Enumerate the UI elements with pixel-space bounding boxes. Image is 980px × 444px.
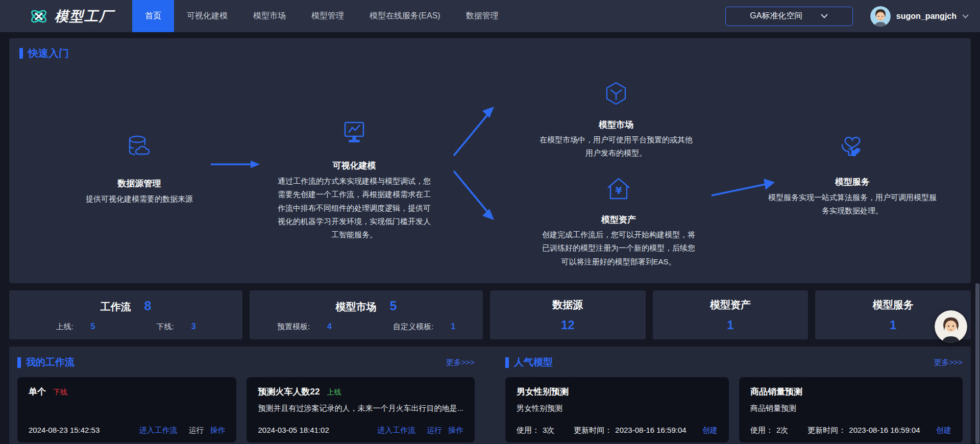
bottom-panels: 我的工作流 更多>>> 单个 下线 2024-08-23 15:42:53 进入…	[9, 347, 971, 444]
nav-item-data-management[interactable]: 数据管理	[453, 0, 511, 32]
model-card[interactable]: 男女性别预测 男女性别预测 使用：3次 更新时间：2023-08-16 16:5…	[505, 377, 729, 442]
quickstart-step-model-market: 模型市场 在模型市场中，用户可使用平台预置的或其他用户发布的模型。	[540, 80, 693, 160]
my-workflows-more-link[interactable]: 更多>>>	[446, 358, 475, 367]
workflow-card[interactable]: 预测火车人数22 上线 预测并且有过涉案记录的人，未来一个月火车出行目的地是..…	[247, 377, 475, 442]
model-card[interactable]: 商品销量预测 商品销量预测 使用：2次 更新时间：2023-08-16 16:5…	[739, 377, 963, 442]
usage-label: 使用：	[517, 426, 540, 435]
title-bar-decoration	[17, 357, 21, 368]
stat-sub-value: 4	[327, 322, 332, 331]
workflow-status-badge: 上线	[327, 388, 341, 397]
model-name: 商品销量预测	[750, 386, 802, 398]
model-name: 男女性别预测	[517, 386, 569, 398]
stat-title: 模型资产	[653, 298, 808, 312]
updated-value: 2023-08-16 16:59:04	[615, 426, 686, 434]
logo-text: 模型工厂	[55, 7, 114, 26]
assistant-avatar[interactable]	[935, 310, 967, 343]
quickstart-step-model-assets: ¥ 模型资产 创建完成工作流后，您可以开始构建模型，将已训练好的模型注册为一个新…	[540, 175, 698, 268]
stat-card-workflows[interactable]: 工作流 8 上线:5 下线:3	[9, 290, 242, 339]
stats-row: 工作流 8 上线:5 下线:3 模型市场 5 预置模板:4 自定义模板:1 数据…	[9, 290, 971, 339]
step-desc: 通过工作流的方式来实现建模与模型调试，您需要先创建一个工作流，再根据建模需求在工…	[275, 175, 433, 241]
stat-title: 模型市场	[336, 300, 377, 314]
create-model-link[interactable]: 创建	[936, 426, 951, 435]
stat-sub-value: 1	[451, 322, 455, 331]
create-model-link[interactable]: 创建	[702, 426, 718, 435]
title-bar-decoration	[19, 48, 23, 59]
stat-sub-label: 下线:	[157, 322, 174, 332]
cube-icon	[540, 80, 693, 107]
main-nav: 首页 可视化建模 模型市场 模型管理 模型在线服务(EAS) 数据管理	[132, 0, 511, 32]
updated-label: 更新时间：	[807, 426, 846, 435]
workflow-date: 2024-03-05 18:41:02	[258, 426, 329, 434]
step-name: 可视化建模	[275, 160, 433, 171]
enter-workflow-link[interactable]: 进入工作流	[139, 426, 177, 435]
usage-label: 使用：	[750, 426, 773, 435]
step-desc: 在模型市场中，用户可使用平台预置的或其他用户发布的模型。	[540, 133, 693, 160]
updated-value: 2023-08-16 16:59:04	[849, 426, 920, 434]
logo-atom-icon	[28, 6, 50, 27]
stat-sub-label: 上线:	[56, 322, 73, 332]
nav-item-model-management[interactable]: 模型管理	[299, 0, 357, 32]
popular-models-section: 人气模型 更多>>> 男女性别预测 男女性别预测 使用：3次 更新时间：2023…	[505, 356, 963, 442]
workflow-actions-link[interactable]: 操作	[210, 426, 225, 435]
user-menu[interactable]: sugon_pangjch	[870, 6, 969, 27]
stat-sub-value: 3	[191, 322, 196, 331]
step-name: 数据源管理	[37, 178, 241, 189]
arrow-up-right-icon	[451, 104, 499, 160]
usage-value: 3次	[543, 426, 554, 435]
workflow-name: 单个	[29, 386, 46, 398]
workspace-select[interactable]: GA标准化空间	[725, 7, 853, 26]
chevron-down-icon	[962, 14, 969, 18]
top-navbar: 模型工厂 首页 可视化建模 模型市场 模型管理 模型在线服务(EAS) 数据管理…	[0, 0, 980, 32]
stat-sub-label: 自定义模板:	[393, 322, 433, 332]
workflow-actions-link[interactable]: 操作	[448, 426, 463, 435]
logo[interactable]: 模型工厂	[28, 6, 114, 27]
workspace-select-value: GA标准化空间	[750, 11, 802, 21]
run-workflow-link[interactable]: 运行	[427, 426, 442, 435]
my-workflows-title: 我的工作流	[17, 356, 75, 369]
step-desc: 创建完成工作流后，您可以开始构建模型，将已训练好的模型注册为一个新的模型，后续您…	[540, 228, 698, 268]
nav-item-eas-service[interactable]: 模型在线服务(EAS)	[357, 0, 453, 32]
monitor-chart-icon	[275, 119, 433, 146]
usage-value: 2次	[776, 426, 788, 435]
model-desc: 商品销量预测	[750, 404, 951, 413]
house-yen-icon: ¥	[540, 175, 698, 203]
step-name: 模型资产	[540, 214, 698, 226]
stat-sub-value: 5	[91, 322, 95, 331]
stat-card-model-assets[interactable]: 模型资产 1	[653, 290, 808, 339]
stat-card-datasources[interactable]: 数据源 12	[490, 290, 646, 339]
chevron-down-icon	[821, 14, 828, 18]
step-name: 模型市场	[540, 119, 693, 131]
workflow-card[interactable]: 单个 下线 2024-08-23 15:42:53 进入工作流 运行 操作	[17, 377, 236, 442]
quickstart-step-model-service: 模型服务 模型服务实现一站式算法服务，用户可调用模型服务实现数据处理。	[766, 131, 939, 218]
svg-text:¥: ¥	[615, 185, 622, 196]
popular-models-title: 人气模型	[505, 356, 553, 369]
enter-workflow-link[interactable]: 进入工作流	[377, 426, 415, 435]
stat-title: 模型服务	[815, 298, 971, 312]
stat-value: 8	[144, 299, 152, 313]
workflow-status-badge: 下线	[53, 388, 67, 397]
step-name: 模型服务	[766, 176, 939, 188]
step-desc: 提供可视化建模需要的数据来源	[37, 192, 241, 206]
arrow-right-icon	[210, 160, 261, 169]
scrollbar-thumb[interactable]	[975, 283, 979, 444]
quick-start-panel: 快速入门 数据源管理 提供可视化建模需要的数据来源	[9, 38, 971, 283]
nav-item-visual-modeling[interactable]: 可视化建模	[174, 0, 240, 32]
updated-label: 更新时间：	[574, 426, 612, 435]
database-cloud-icon	[37, 133, 241, 162]
stat-card-model-market[interactable]: 模型市场 5 预置模板:4 自定义模板:1	[250, 290, 483, 339]
user-avatar	[870, 6, 891, 27]
workflow-name: 预测火车人数22	[258, 386, 320, 398]
title-bar-decoration	[505, 357, 509, 368]
run-workflow-link[interactable]: 运行	[188, 426, 204, 435]
arrow-down-right-icon	[451, 167, 499, 223]
stat-title: 数据源	[490, 298, 646, 312]
my-workflows-section: 我的工作流 更多>>> 单个 下线 2024-08-23 15:42:53 进入…	[17, 356, 475, 442]
nav-item-home[interactable]: 首页	[132, 0, 174, 32]
quick-start-title: 快速入门	[19, 46, 69, 60]
nav-item-model-market[interactable]: 模型市场	[240, 0, 299, 32]
popular-models-more-link[interactable]: 更多>>>	[934, 358, 963, 367]
stat-value: 5	[390, 299, 397, 313]
model-desc: 男女性别预测	[517, 404, 718, 413]
nav-right: GA标准化空间 sugon_pangjch	[725, 6, 969, 27]
quickstart-step-visual-modeling: 可视化建模 通过工作流的方式来实现建模与模型调试，您需要先创建一个工作流，再根据…	[275, 119, 433, 241]
